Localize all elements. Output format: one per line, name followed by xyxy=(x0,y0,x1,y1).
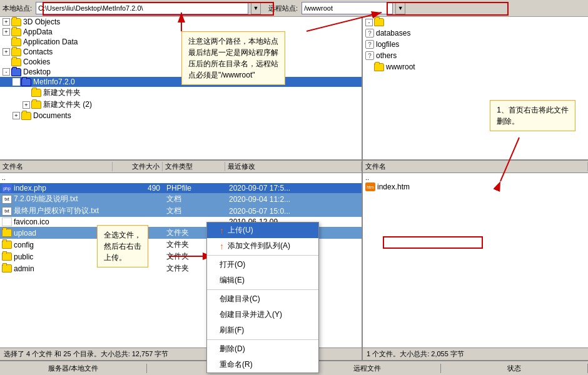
folder-icon xyxy=(374,63,384,71)
context-menu-refresh[interactable]: 刷新(F) xyxy=(207,322,318,338)
file-size: 490 xyxy=(114,184,164,192)
remote-file-indexhtm[interactable]: htm index.htm xyxy=(363,182,588,192)
tree-item-appdata[interactable]: + AppData xyxy=(0,27,362,37)
context-menu-sep1 xyxy=(207,255,318,256)
context-menu-mkdirenter[interactable]: 创建目录并进入(Y) xyxy=(207,307,318,322)
context-menu-rename[interactable]: 重命名(R) xyxy=(207,357,318,372)
context-menu-edit[interactable]: 编辑(E) xyxy=(207,272,318,288)
folder-icon xyxy=(2,252,12,261)
tree-item-3dobjects[interactable]: + 3D Objects xyxy=(0,17,362,27)
remote-path-input[interactable] xyxy=(302,2,393,14)
tree-toggle[interactable]: + xyxy=(23,101,30,109)
question-icon: ? xyxy=(365,29,374,38)
local-path-dropdown[interactable]: ▼ xyxy=(251,2,261,14)
context-menu-upload[interactable]: ↑ 上传(U) xyxy=(207,222,318,238)
folder-icon xyxy=(374,18,384,26)
tree-toggle[interactable]: + xyxy=(3,28,10,36)
context-menu-upload-label: 上传(U) xyxy=(228,225,253,236)
question-icon: ? xyxy=(365,40,374,49)
parent-dir-icon: .. xyxy=(2,174,16,182)
remote-tree-databases[interactable]: ? databases xyxy=(363,28,588,39)
tree-label: Documents xyxy=(33,111,71,120)
folder-icon xyxy=(2,229,12,237)
file-row-indexphp[interactable]: php index.php 490 PHPfile 2020-09-07 17:… xyxy=(0,183,362,193)
folder-icon xyxy=(21,112,31,120)
file-name: 7.2.0功能及说明.txt xyxy=(14,194,114,204)
file-name: index.php xyxy=(14,184,114,192)
tree-toggle xyxy=(23,89,30,97)
transfer-col1: 服务器/本地文件 xyxy=(0,364,147,373)
annotation-text-3: 全选文件，然后右右击上传。 xyxy=(104,231,141,262)
folder-icon xyxy=(11,18,21,26)
htm-icon: htm xyxy=(365,182,375,191)
remote-file-header: 文件名 xyxy=(363,161,588,173)
tree-item-cookies[interactable]: Cookies xyxy=(0,57,362,67)
folder-icon xyxy=(31,89,41,97)
tree-toggle[interactable]: + xyxy=(13,112,20,119)
local-path-input[interactable] xyxy=(36,2,248,14)
tree-toggle xyxy=(3,38,10,46)
annotation-text-1: 注意这两个路径，本地站点最后结尾一定是网站程序解压后的所在目录名，远程站点必须是… xyxy=(188,37,278,79)
file-row-usertxt[interactable]: txt 最终用户授权许可协议.txt 文档 2020-05-07 15:0... xyxy=(0,205,362,217)
context-menu-refresh-label: 刷新(F) xyxy=(220,325,244,336)
tree-item-metinfo[interactable]: - MetInfo7.2.0 xyxy=(0,77,362,87)
context-menu-delete[interactable]: 删除(D) xyxy=(207,341,318,357)
txt-icon: txt xyxy=(2,207,12,216)
remote-tree-wwwroot[interactable]: wwwroot xyxy=(363,61,588,72)
tree-toggle[interactable]: + xyxy=(3,48,10,56)
context-menu-mkdir[interactable]: 创建目录(C) xyxy=(207,291,318,307)
context-menu-mkdir-label: 创建目录(C) xyxy=(220,294,260,304)
remote-tree-root[interactable]: - xyxy=(363,17,588,28)
remote-file-parent[interactable]: .. xyxy=(363,173,588,182)
tree-toggle[interactable]: + xyxy=(3,18,10,26)
txt-icon: txt xyxy=(2,195,12,204)
remote-status-bar: 1 个文件。大小总共: 2,055 字节 xyxy=(363,348,588,360)
context-menu[interactable]: ↑ 上传(U) ↑ 添加文件到队列(A) 打开(O) 编辑(E) 创建目录(C)… xyxy=(206,222,319,373)
tree-item-appdata2[interactable]: Application Data xyxy=(0,37,362,47)
tree-label: Contacts xyxy=(23,48,53,56)
file-row-parent[interactable]: .. xyxy=(0,173,362,183)
tree-label: databases xyxy=(376,29,410,38)
add-queue-icon: ↑ xyxy=(220,241,224,251)
folder-icon xyxy=(11,38,21,46)
context-menu-open[interactable]: 打开(O) xyxy=(207,257,318,272)
local-tree-view[interactable]: + 3D Objects + AppData Application Data … xyxy=(0,17,362,159)
tree-item-newfolder2[interactable]: + 新建文件夹 (2) xyxy=(0,99,362,111)
lower-right-panel: 文件名 .. htm index.htm 1 个文件。大小总共: 2,055 字… xyxy=(363,161,588,360)
tree-item-desktop[interactable]: - Desktop xyxy=(0,67,362,77)
folder-icon xyxy=(11,48,21,56)
remote-file-list[interactable]: .. htm index.htm xyxy=(363,173,588,348)
context-menu-rename-label: 重命名(R) xyxy=(220,359,253,370)
context-menu-delete-label: 删除(D) xyxy=(220,344,245,354)
tree-label: Application Data xyxy=(23,38,78,46)
tree-toggle[interactable]: - xyxy=(13,78,20,86)
tree-label: MetInfo7.2.0 xyxy=(33,78,75,86)
ico-icon xyxy=(2,218,12,226)
file-type: PHPfile xyxy=(164,184,226,192)
folder-icon xyxy=(11,28,21,36)
tree-item-documents[interactable]: + Documents xyxy=(0,111,362,121)
remote-tree-view[interactable]: - ? databases ? logfiles ? others xyxy=(363,17,588,159)
tree-toggle[interactable]: - xyxy=(365,19,373,26)
tree-toggle[interactable]: - xyxy=(3,68,10,76)
remote-tree-others[interactable]: ? others xyxy=(363,50,588,61)
col-header-type: 文件类型 xyxy=(163,162,225,171)
context-menu-mkdirenter-label: 创建目录并进入(Y) xyxy=(220,309,282,320)
context-menu-open-label: 打开(O) xyxy=(220,259,245,270)
file-name: 最终用户授权许可协议.txt xyxy=(14,206,114,216)
annotation-bubble-2: 1、首页右击将此文件删除。 xyxy=(490,100,575,131)
tree-item-contacts[interactable]: + Contacts xyxy=(0,47,362,57)
tree-item-newfolder1[interactable]: 新建文件夹 xyxy=(0,87,362,99)
remote-file-name: index.htm xyxy=(377,182,410,191)
remote-col-name: 文件名 xyxy=(363,162,588,171)
context-menu-addqueue[interactable]: ↑ 添加文件到队列(A) xyxy=(207,238,318,254)
tree-label: AppData xyxy=(23,28,53,36)
tree-label: Cookies xyxy=(23,58,50,66)
remote-tree-logfiles[interactable]: ? logfiles xyxy=(363,39,588,50)
file-row-720txt[interactable]: txt 7.2.0功能及说明.txt 文档 2020-09-04 11:2... xyxy=(0,193,362,205)
remote-path-dropdown[interactable]: ▼ xyxy=(395,2,405,14)
tree-label: 新建文件夹 xyxy=(43,88,81,98)
file-type: 文档 xyxy=(164,194,226,204)
file-date: 2020-05-07 15:0... xyxy=(226,207,362,216)
annotation-bubble-1: 注意这两个路径，本地站点最后结尾一定是网站程序解压后的所在目录名，远程站点必须是… xyxy=(181,31,285,85)
